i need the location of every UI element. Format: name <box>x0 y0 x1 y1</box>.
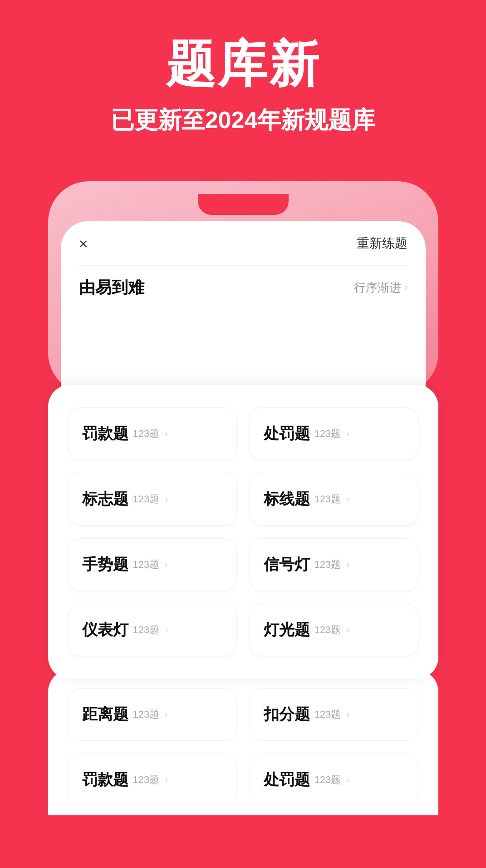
hero-subtitle: 已更新至2024年新规题库 <box>18 105 468 136</box>
category-item[interactable]: 罚款题 123题 › <box>68 407 237 460</box>
category-count: 123题 <box>314 773 341 787</box>
category-grid: 罚款题 123题 › 处罚题 123题 › 标志题 123题 › 标线题 123… <box>68 407 418 656</box>
category-chevron-icon: › <box>346 709 349 719</box>
hero-section: 题库新 已更新至2024年新规题库 <box>0 0 486 154</box>
close-icon[interactable]: × <box>79 235 88 253</box>
category-name: 仪表灯 <box>82 620 128 640</box>
category-name: 处罚题 <box>264 423 310 444</box>
mode-label: 由易到难 <box>79 277 144 299</box>
category-count: 123题 <box>314 623 341 637</box>
category-chevron-icon: › <box>165 428 168 439</box>
phone-notch <box>198 194 289 215</box>
chevron-icon: › <box>404 282 407 293</box>
category-item[interactable]: 仪表灯 123题 › <box>68 604 237 656</box>
category-chevron-icon: › <box>346 494 349 504</box>
category-chevron-icon: › <box>165 559 168 570</box>
category-name: 罚款题 <box>82 769 128 790</box>
category-chevron-icon: › <box>346 774 349 785</box>
category-chevron-icon: › <box>165 625 168 635</box>
category-name: 标志题 <box>82 489 128 510</box>
category-name: 处罚题 <box>264 769 310 790</box>
phone-mockup: × 重新练题 由易到难 行序渐进 › 罚款题 123题 › 处罚题 123题 › <box>48 181 438 815</box>
category-item[interactable]: 信号灯 123题 › <box>250 538 418 591</box>
screen-header: × 重新练题 <box>79 235 407 253</box>
category-name: 手势题 <box>82 554 128 575</box>
category-count: 123题 <box>133 708 160 721</box>
reset-button[interactable]: 重新练题 <box>357 235 407 252</box>
category-name: 灯光题 <box>264 620 310 640</box>
category-count: 123题 <box>133 427 160 441</box>
category-chevron-icon: › <box>346 625 349 635</box>
category-item[interactable]: 处罚题 123题 › <box>250 407 418 460</box>
phone-outer-shell: × 重新练题 由易到难 行序渐进 › <box>48 181 438 394</box>
category-chevron-icon: › <box>165 494 168 504</box>
category-panel: 罚款题 123题 › 处罚题 123题 › 标志题 123题 › 标线题 123… <box>48 385 438 679</box>
bottom-partial-panel: 距离题 123题 › 扣分题 123题 › 罚款题 123题 › 处罚题 123… <box>48 670 438 815</box>
category-count: 123题 <box>314 708 341 721</box>
mode-row[interactable]: 由易到难 行序渐进 › <box>79 265 407 310</box>
category-count: 123题 <box>133 492 160 506</box>
mode-sub: 行序渐进 › <box>354 280 407 296</box>
bottom-category-item[interactable]: 扣分题 123题 › <box>250 688 418 741</box>
hero-title: 题库新 <box>18 36 468 91</box>
category-name: 信号灯 <box>264 554 310 575</box>
bottom-grid: 距离题 123题 › 扣分题 123题 › 罚款题 123题 › 处罚题 123… <box>68 688 418 806</box>
category-name: 罚款题 <box>82 423 128 444</box>
bottom-category-item[interactable]: 处罚题 123题 › <box>250 754 418 806</box>
category-count: 123题 <box>314 558 341 571</box>
category-item[interactable]: 标线题 123题 › <box>250 473 418 526</box>
bottom-category-item[interactable]: 距离题 123题 › <box>68 688 237 741</box>
category-chevron-icon: › <box>165 709 168 719</box>
category-count: 123题 <box>133 558 160 571</box>
category-name: 扣分题 <box>264 704 310 725</box>
phone-screen: × 重新练题 由易到难 行序渐进 › <box>61 221 426 394</box>
category-name: 距离题 <box>82 704 128 725</box>
category-item[interactable]: 标志题 123题 › <box>68 473 237 526</box>
category-chevron-icon: › <box>346 428 349 439</box>
category-chevron-icon: › <box>346 559 349 570</box>
category-count: 123题 <box>133 773 160 787</box>
bottom-category-item[interactable]: 罚款题 123题 › <box>68 754 237 806</box>
category-item[interactable]: 灯光题 123题 › <box>250 604 418 656</box>
category-chevron-icon: › <box>165 774 168 785</box>
category-count: 123题 <box>314 427 341 441</box>
category-name: 标线题 <box>264 489 310 510</box>
phone-notch-bar <box>61 194 426 221</box>
category-count: 123题 <box>133 623 160 637</box>
category-item[interactable]: 手势题 123题 › <box>68 538 237 591</box>
category-count: 123题 <box>314 492 341 506</box>
